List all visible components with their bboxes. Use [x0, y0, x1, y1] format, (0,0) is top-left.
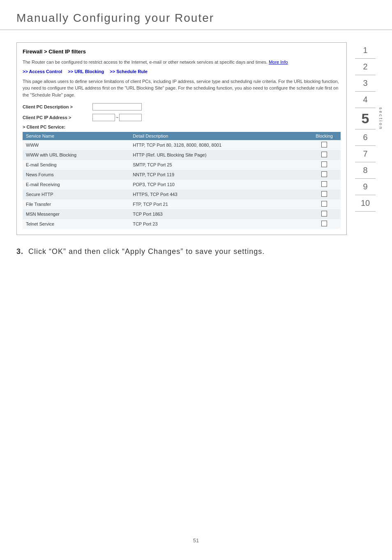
detail-description-cell: NNTP, TCP Port 119 — [129, 170, 308, 180]
col-detail-description: Detail Description — [129, 132, 308, 140]
firewall-header: Firewall > Client IP filters — [23, 48, 341, 55]
more-info-link[interactable]: More Info — [269, 60, 288, 65]
page-title: Manually Configuring your Router — [0, 0, 392, 30]
sidebar-item-6[interactable]: 6 — [355, 129, 376, 146]
table-row: Secure HTTPHTTPS, TCP Port 443 — [23, 189, 341, 199]
service-name-cell: E-mail Receiving — [23, 180, 129, 189]
breadcrumb-part2: Client IP filters — [48, 48, 86, 55]
service-name-cell: File Transfer — [23, 199, 129, 209]
blocking-cell — [308, 199, 341, 209]
table-row: News ForumsNNTP, TCP Port 119 — [23, 170, 341, 180]
detail-description-cell: TCP Port 1863 — [129, 209, 308, 219]
blocking-checkbox[interactable] — [321, 221, 327, 226]
blocking-checkbox[interactable] — [321, 181, 327, 187]
blocking-cell — [308, 160, 341, 170]
blocking-checkbox[interactable] — [321, 171, 327, 177]
schedule-rule-link[interactable]: >> Schedule Rule — [110, 69, 148, 74]
detail-description-cell: SMTP, TCP Port 25 — [129, 160, 308, 170]
blocking-cell — [308, 180, 341, 189]
ip-field-2[interactable] — [119, 114, 142, 121]
service-table: Service Name Detail Description Blocking… — [23, 132, 341, 229]
page-number: 51 — [0, 537, 392, 544]
detail-description-cell: FTP, TCP Port 21 — [129, 199, 308, 209]
blocking-cell — [308, 209, 341, 219]
sidebar-item-1[interactable]: 1 — [355, 42, 376, 59]
service-name-cell: News Forums — [23, 170, 129, 180]
service-name-cell: WWW — [23, 140, 129, 150]
service-name-cell: E-mail Sending — [23, 160, 129, 170]
client-pc-description-row: Client PC Description > — [23, 103, 341, 111]
sidebar-item-10[interactable]: 10 — [355, 195, 376, 212]
right-sidebar: 1 2 3 4 5 section 6 7 8 9 10 — [355, 42, 376, 268]
description-text: This page allows users to define service… — [23, 78, 341, 99]
sidebar-item-2[interactable]: 2 — [355, 59, 376, 75]
sidebar-item-3[interactable]: 3 — [355, 75, 376, 92]
client-pc-description-input[interactable] — [92, 103, 142, 111]
intro-text: The Router can be configured to restrict… — [23, 59, 341, 66]
client-service-label: > Client PC Service: — [23, 124, 341, 129]
nav-links: >> Access Control >> URL Blocking >> Sch… — [23, 69, 341, 74]
blocking-cell — [308, 150, 341, 160]
blocking-checkbox[interactable] — [321, 142, 327, 147]
breadcrumb-part1: Firewall — [23, 48, 42, 55]
table-row: E-mail SendingSMTP, TCP Port 25 — [23, 160, 341, 170]
table-row: File TransferFTP, TCP Port 21 — [23, 199, 341, 209]
sidebar-item-8[interactable]: 8 — [355, 162, 376, 179]
col-service-name: Service Name — [23, 132, 129, 140]
table-row: Telnet ServiceTCP Port 23 — [23, 219, 341, 229]
blocking-checkbox[interactable] — [321, 191, 327, 197]
access-control-link[interactable]: >> Access Control — [23, 69, 62, 74]
table-row: WWW with URL BlockingHTTP (Ref. URL Bloc… — [23, 150, 341, 160]
detail-description-cell: TCP Port 23 — [129, 219, 308, 229]
service-name-cell: WWW with URL Blocking — [23, 150, 129, 160]
sidebar-item-9[interactable]: 9 — [355, 179, 376, 195]
service-name-cell: MSN Messenger — [23, 209, 129, 219]
detail-description-cell: HTTPS, TCP Port 443 — [129, 189, 308, 199]
step3-instruction: 3. Click “OK” and then click “Apply Chan… — [16, 247, 347, 256]
table-row: E-mail ReceivingPOP3, TCP Port 110 — [23, 180, 341, 189]
section-label: section — [378, 107, 383, 130]
detail-description-cell: HTTP, TCP Port 80, 3128, 8000, 8080, 800… — [129, 140, 308, 150]
service-name-cell: Telnet Service — [23, 219, 129, 229]
url-blocking-link[interactable]: >> URL Blocking — [68, 69, 104, 74]
step3-text: Click “OK” and then click “Apply Changes… — [28, 247, 265, 256]
blocking-checkbox[interactable] — [321, 201, 327, 207]
blocking-cell — [308, 170, 341, 180]
blocking-checkbox[interactable] — [321, 161, 327, 167]
ip-field-1[interactable] — [92, 114, 115, 121]
sidebar-item-4[interactable]: 4 — [355, 92, 376, 108]
sidebar-item-5[interactable]: 5 section — [355, 108, 376, 129]
step3-number: 3. — [16, 247, 23, 256]
firewall-box: Firewall > Client IP filters The Router … — [16, 42, 347, 235]
table-row: MSN MessengerTCP Port 1863 — [23, 209, 341, 219]
detail-description-cell: HTTP (Ref. URL Blocking Site Page) — [129, 150, 308, 160]
sidebar-item-7[interactable]: 7 — [355, 146, 376, 162]
blocking-checkbox[interactable] — [321, 152, 327, 157]
client-pc-ip-row: Client PC IP Address > ~ — [23, 114, 341, 121]
ip-input-group: ~ — [92, 114, 142, 121]
service-name-cell: Secure HTTP — [23, 189, 129, 199]
ip-tilde: ~ — [116, 115, 118, 120]
blocking-cell — [308, 219, 341, 229]
detail-description-cell: POP3, TCP Port 110 — [129, 180, 308, 189]
client-pc-description-label: Client PC Description > — [23, 104, 92, 109]
table-row: WWWHTTP, TCP Port 80, 3128, 8000, 8080, … — [23, 140, 341, 150]
blocking-cell — [308, 189, 341, 199]
client-pc-ip-label: Client PC IP Address > — [23, 115, 92, 120]
col-blocking: Blocking — [308, 132, 341, 140]
blocking-checkbox[interactable] — [321, 211, 327, 217]
blocking-cell — [308, 140, 341, 150]
breadcrumb-separator: > — [42, 48, 48, 55]
